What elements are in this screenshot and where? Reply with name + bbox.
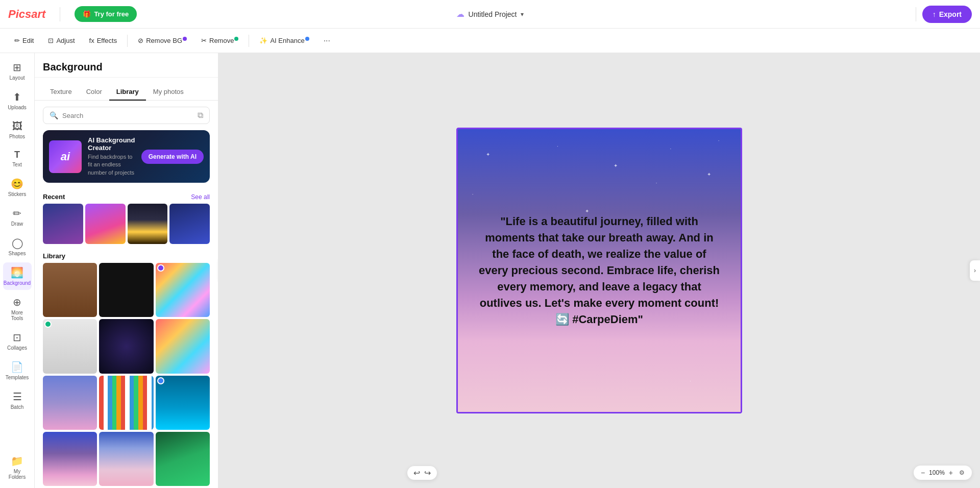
shapes-icon: ◯ [12, 237, 23, 249]
more-options-button[interactable]: ··· [320, 33, 334, 48]
undo-button[interactable]: ↩ [413, 468, 420, 478]
photos-icon: 🖼 [12, 120, 22, 132]
canvas-quote: "Life is a beautiful journey, filled wit… [478, 213, 720, 327]
recent-label: Recent [43, 193, 65, 201]
lib-thumb-8[interactable] [99, 376, 153, 430]
generate-with-ai-button[interactable]: Generate with AI [141, 150, 204, 164]
export-icon: ↑ [933, 10, 936, 18]
adjust-button[interactable]: ⊡ Adjust [42, 34, 81, 47]
undo-redo-controls: ↩ ↪ [407, 466, 437, 480]
uploads-icon: ⬆ [13, 91, 21, 103]
header-left: Picsart 🎁 Try for free [8, 6, 137, 22]
sidebar-item-more-tools[interactable]: ⊕ More Tools [3, 292, 32, 325]
search-input[interactable] [62, 112, 193, 119]
draw-icon: ✏ [13, 207, 21, 219]
sidebar-item-collages[interactable]: ⊡ Collages [3, 327, 32, 355]
edit-button[interactable]: ✏ Edit [8, 34, 40, 47]
sidebar-item-background[interactable]: 🌅 Background [3, 262, 32, 290]
right-panel-toggle[interactable]: › [970, 260, 980, 281]
zoom-out-button[interactable]: − [919, 468, 927, 478]
sidebar-item-photos[interactable]: 🖼 Photos [3, 116, 32, 143]
recent-grid [35, 204, 218, 248]
effects-icon: fx [89, 37, 94, 44]
ai-enhance-icon: ✨ [259, 37, 267, 44]
redo-button[interactable]: ↪ [424, 468, 431, 478]
panel-title: Background [35, 53, 218, 78]
remove-icon: ✂ [201, 37, 207, 44]
recent-thumb-1[interactable] [43, 204, 83, 244]
lib-badge-3 [157, 377, 164, 384]
sidebar-item-batch[interactable]: ☰ Batch [3, 386, 32, 414]
zoom-level: 100% [929, 469, 945, 476]
lib-thumb-10[interactable] [43, 432, 97, 486]
gift-icon: 🎁 [83, 10, 91, 18]
background-icon: 🌅 [11, 266, 23, 279]
sidebar-item-layout[interactable]: ⊞ Layout [3, 57, 32, 85]
try-free-button[interactable]: 🎁 Try for free [75, 6, 137, 22]
lib-thumb-11[interactable] [99, 432, 153, 486]
filter-icon[interactable]: ⧉ [198, 111, 203, 120]
toolbar: ✏ Edit ⊡ Adjust fx Effects ⊘ Remove BG ✂… [0, 29, 980, 53]
export-button[interactable]: ↑ Export [922, 6, 972, 23]
library-section-header: Library [35, 248, 218, 263]
my-folders-icon: 📁 [11, 455, 23, 467]
background-panel: Background Texture Color Library My phot… [35, 53, 218, 488]
stickers-icon: 😊 [11, 178, 23, 190]
lib-thumb-7[interactable] [43, 376, 97, 430]
remove-bg-button[interactable]: ⊘ Remove BG [132, 34, 193, 47]
sidebar: ⊞ Layout ⬆ Uploads 🖼 Photos T Text 😊 Sti… [0, 53, 35, 488]
recent-thumb-3[interactable] [128, 204, 168, 244]
sidebar-item-stickers[interactable]: 😊 Stickers [3, 174, 32, 201]
header: Picsart 🎁 Try for free ☁ Untitled Projec… [0, 0, 980, 29]
sidebar-item-templates[interactable]: 📄 Templates [3, 357, 32, 384]
lib-thumb-4[interactable] [43, 319, 97, 373]
see-all-link[interactable]: See all [191, 193, 210, 201]
sidebar-item-draw[interactable]: ✏ Draw [3, 203, 32, 231]
search-bar: 🔍 ⧉ [43, 107, 210, 124]
lib-thumb-5[interactable] [99, 319, 153, 373]
tab-color[interactable]: Color [79, 84, 109, 101]
chevron-down-icon[interactable]: ▾ [521, 11, 524, 18]
canvas[interactable]: ✦ · ✦ · ✦ · · ✦ · · "Life is a beautiful… [456, 128, 742, 413]
lib-badge-1 [157, 264, 164, 272]
cloud-icon: ☁ [456, 9, 464, 19]
zoom-in-button[interactable]: + [947, 468, 955, 478]
lib-thumb-1[interactable] [43, 263, 97, 317]
recent-thumb-4[interactable] [169, 204, 210, 244]
effects-button[interactable]: fx Effects [83, 34, 124, 47]
templates-icon: 📄 [11, 361, 23, 373]
header-right: ↑ Export [916, 6, 972, 23]
tab-my-photos[interactable]: My photos [146, 84, 191, 101]
logo: Picsart [8, 8, 45, 21]
main-content: ✏ Edit ⊡ Adjust fx Effects ⊘ Remove BG ✂… [0, 29, 980, 488]
remove-button[interactable]: ✂ Remove [195, 34, 244, 47]
toolbar-sep2 [249, 35, 249, 47]
lib-thumb-9[interactable] [156, 376, 210, 430]
recent-thumb-2[interactable] [85, 204, 126, 244]
project-name[interactable]: Untitled Project [469, 10, 517, 18]
sidebar-item-my-folders[interactable]: 📁 My Folders [3, 451, 32, 484]
search-icon: 🔍 [50, 111, 58, 119]
toolbar-sep [127, 35, 128, 47]
layout-icon: ⊞ [13, 61, 21, 74]
sidebar-item-text[interactable]: T Text [3, 145, 32, 172]
sidebar-item-shapes[interactable]: ◯ Shapes [3, 233, 32, 260]
remove-bg-icon: ⊘ [138, 37, 143, 44]
tab-library[interactable]: Library [109, 84, 146, 101]
zoom-settings-button[interactable]: ⚙ [957, 468, 967, 477]
text-icon: T [14, 150, 20, 160]
lib-thumb-2[interactable] [99, 263, 153, 317]
ai-banner-title: AI Background Creator [88, 136, 135, 152]
ai-enhance-button[interactable]: ✨ AI Enhance [253, 34, 315, 47]
ai-icon: ai [49, 140, 82, 173]
lib-badge-2 [44, 321, 52, 328]
more-tools-icon: ⊕ [13, 296, 21, 308]
lib-thumb-12[interactable] [156, 432, 210, 486]
sidebar-item-uploads[interactable]: ⬆ Uploads [3, 87, 32, 114]
lib-thumb-6[interactable] [156, 319, 210, 373]
tab-texture[interactable]: Texture [43, 84, 79, 101]
batch-icon: ☰ [13, 391, 22, 403]
lib-thumb-3[interactable] [156, 263, 210, 317]
badge-dot [183, 37, 187, 41]
recent-section-header: Recent See all [35, 189, 218, 204]
